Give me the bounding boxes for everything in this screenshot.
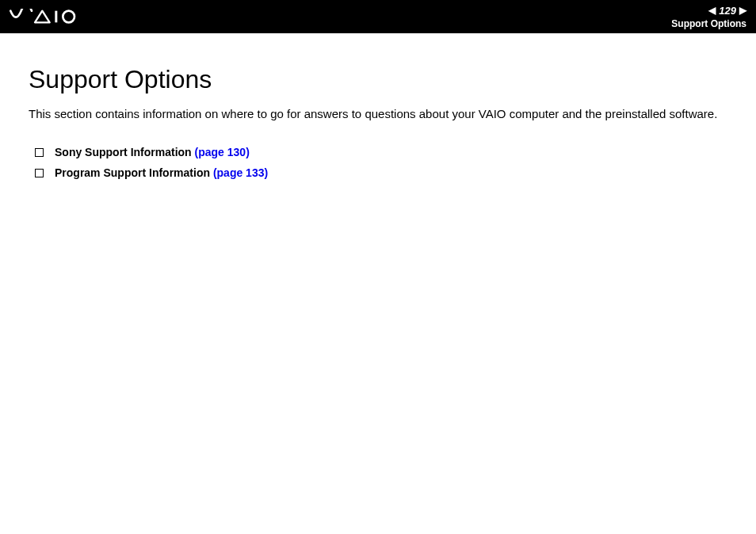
svg-point-1 [63,11,74,23]
bullet-icon [35,148,44,157]
page-navigation: ◀ 129 ▶ [708,5,746,17]
vaio-logo-svg [10,9,83,25]
bullet-icon [35,169,44,177]
prev-page-arrow-icon[interactable]: ◀ [708,5,716,16]
svg-rect-0 [55,11,57,23]
page-reference-link[interactable]: (page 130) [195,146,250,158]
support-links-list: Sony Support Information (page 130) Prog… [29,146,727,179]
header-bar: ◀ 129 ▶ Support Options [0,0,756,33]
vaio-logo [10,9,83,25]
content-area: Support Options This section contains in… [0,33,756,219]
link-label: Program Support Information [55,166,210,179]
list-item: Program Support Information (page 133) [35,166,727,179]
header-right: ◀ 129 ▶ Support Options [671,5,746,29]
intro-paragraph: This section contains information on whe… [29,105,727,122]
page-number: 129 [719,5,736,17]
page-reference-link[interactable]: (page 133) [213,166,268,179]
list-item-content: Program Support Information (page 133) [55,166,268,179]
list-item: Sony Support Information (page 130) [35,146,727,158]
link-label: Sony Support Information [55,146,192,158]
list-item-content: Sony Support Information (page 130) [55,146,250,158]
header-section-label: Support Options [671,18,746,29]
next-page-arrow-icon[interactable]: ▶ [739,5,746,16]
page-title: Support Options [29,65,727,94]
